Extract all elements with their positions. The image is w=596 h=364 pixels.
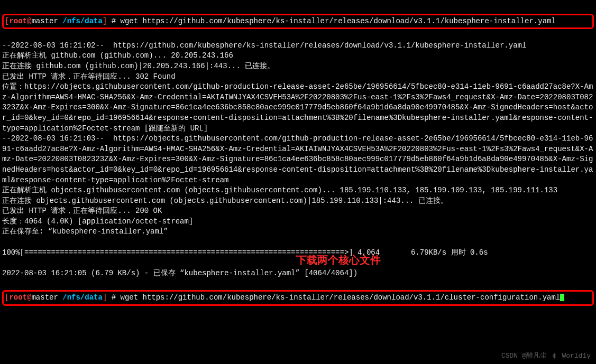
- cursor-icon: [560, 294, 564, 301]
- output-line: 已发出 HTTP 请求，正在等待回应... 200 OK: [2, 207, 162, 215]
- watermark-label: CSDN @醉凡尘 ￠ World1y: [501, 351, 591, 361]
- output-line: 正在连接 github.com (github.com)|20.205.243.…: [2, 62, 274, 70]
- command-highlight-1: [root@master /nfs/data] # wget https://g…: [2, 14, 594, 30]
- prompt-host: master: [31, 293, 58, 302]
- progress-bar-line: 100%[===================================…: [2, 248, 488, 257]
- output-line: --2022-08-03 16:21:03-- https://objects.…: [2, 134, 593, 184]
- prompt-host: master: [31, 17, 58, 25]
- prompt-close-bracket: ]: [103, 293, 107, 302]
- command-highlight-2: [root@master /nfs/data] # wget https://g…: [2, 290, 594, 306]
- prompt-user: root: [9, 293, 27, 302]
- output-line: --2022-08-03 16:21:02-- https://github.c…: [2, 41, 526, 50]
- output-line: 2022-08-03 16:21:05 (6.79 KB/s) - 已保存 “k…: [2, 269, 357, 277]
- prompt-hash: #: [112, 17, 116, 25]
- output-line: 正在解析主机 objects.githubusercontent.com (ob…: [2, 186, 557, 194]
- output-line: 已发出 HTTP 请求，正在等待回应... 302 Found: [2, 72, 176, 81]
- prompt-close-bracket: ]: [103, 17, 107, 25]
- prompt-hash: #: [112, 293, 116, 302]
- command-2: wget https://github.com/kubesphere/ks-in…: [121, 293, 561, 302]
- prompt-path: /nfs/data: [62, 17, 103, 25]
- terminal[interactable]: [root@master /nfs/data] # wget https://g…: [0, 0, 596, 319]
- output-line: 位置：https://objects.githubusercontent.com…: [2, 82, 593, 132]
- output-line: 长度：4064 (4.0K) [application/octet-stream…: [2, 217, 193, 226]
- output-line: 正在保存至: “kubesphere-installer.yaml”: [2, 227, 168, 236]
- prompt-path: /nfs/data: [62, 293, 103, 302]
- command-1: wget https://github.com/kubesphere/ks-in…: [121, 17, 556, 25]
- prompt-user: root: [9, 17, 27, 25]
- output-line: 正在解析主机 github.com (github.com)... 20.205…: [2, 51, 233, 60]
- output-line: 正在连接 objects.githubusercontent.com (obje…: [2, 197, 448, 205]
